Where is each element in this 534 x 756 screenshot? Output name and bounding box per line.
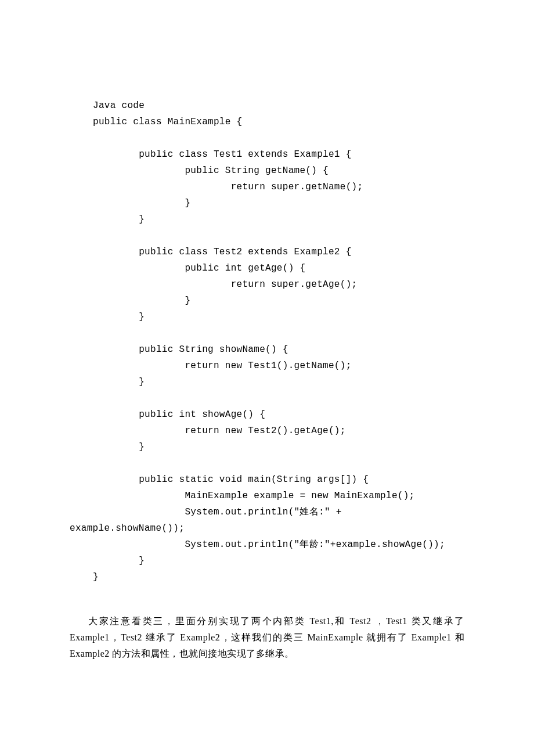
code-line: public String getName() { <box>93 165 329 176</box>
code-line: } <box>93 214 145 225</box>
code-line: public static void main(String args[]) { <box>93 474 369 485</box>
code-line: public String showName() { <box>93 344 288 355</box>
code-line: } <box>93 572 99 582</box>
code-line: public int showAge() { <box>93 409 265 420</box>
code-line: public class Test1 extends Example1 { <box>93 149 352 160</box>
code-line: example.showName()); <box>70 523 185 534</box>
java-code-block: Java code public class MainExample { pub… <box>93 81 464 585</box>
document-page: Java code public class MainExample { pub… <box>0 0 534 706</box>
code-line: return new Test2().getAge(); <box>93 426 346 436</box>
code-line: return super.getAge(); <box>93 279 357 290</box>
code-line: return new Test1().getName(); <box>93 361 352 371</box>
code-line: System.out.println("姓名:" + <box>93 507 342 517</box>
code-line: System.out.println("年龄:"+example.showAge… <box>93 539 445 550</box>
code-line: } <box>93 442 145 452</box>
code-line: } <box>93 198 190 208</box>
explanation-paragraph: 大家注意看类三，里面分别实现了两个内部类 Test1,和 Test2 ，Test… <box>70 613 464 662</box>
code-line: public class MainExample { <box>93 117 242 127</box>
code-line: } <box>93 377 145 387</box>
code-line: } <box>93 312 145 322</box>
code-line: } <box>93 556 145 566</box>
code-line: } <box>93 296 190 306</box>
code-line: Java code <box>93 100 145 111</box>
code-line: public int getAge() { <box>93 263 305 273</box>
code-line: public class Test2 extends Example2 { <box>93 247 352 257</box>
code-line: MainExample example = new MainExample(); <box>93 491 415 501</box>
code-line: return super.getName(); <box>93 182 363 192</box>
